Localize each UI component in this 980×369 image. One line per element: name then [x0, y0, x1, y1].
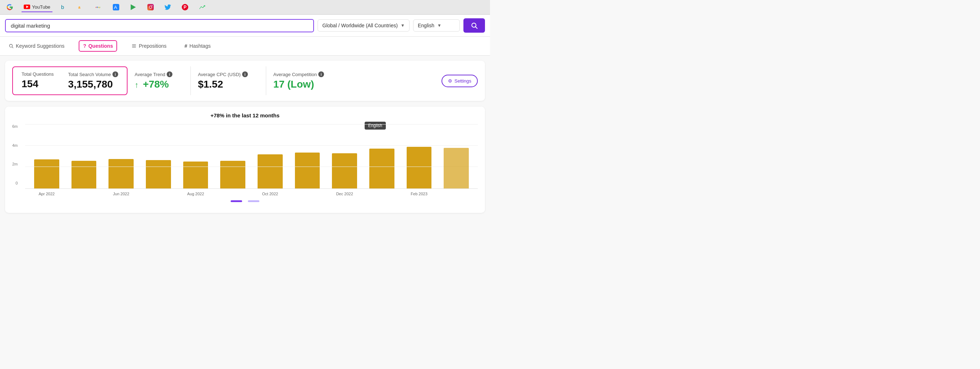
- bar-group-jul: [140, 124, 177, 188]
- divider-1: [190, 67, 191, 95]
- instagram-icon: [147, 4, 154, 10]
- bar-group-jan: [364, 124, 400, 188]
- tab-appstore[interactable]: A: [111, 3, 121, 12]
- svg-text:P: P: [184, 5, 186, 10]
- total-search-volume-block: Total Search Volume i 3,155,780: [68, 71, 118, 90]
- svg-line-18: [476, 27, 477, 29]
- svg-marker-10: [131, 4, 136, 10]
- average-competition-block: Average Competition i 17 (Low): [274, 68, 335, 94]
- location-select[interactable]: Global / Worldwide (All Countries) ▼: [318, 19, 409, 32]
- svg-line-20: [12, 47, 13, 48]
- tab-trend[interactable]: [197, 3, 208, 12]
- x-label-dec: Dec 2022: [326, 192, 363, 196]
- chart-area: [25, 124, 478, 189]
- average-competition-info-icon[interactable]: i: [318, 71, 324, 77]
- x-label-mar: [438, 192, 474, 196]
- bar-dec: [332, 153, 357, 188]
- svg-point-19: [10, 44, 12, 47]
- svg-rect-11: [147, 4, 154, 10]
- ebay-icon: e b a y: [95, 4, 102, 10]
- chart-section: +78% in the last 12 months 6m 4m 2m 0: [5, 107, 485, 213]
- tab-ebay[interactable]: e b a y: [94, 3, 104, 12]
- bar-mar: [444, 148, 469, 188]
- playstore-icon: [130, 4, 137, 10]
- average-cpc-value: $1.52: [198, 79, 248, 90]
- amazon-icon: a: [78, 4, 85, 10]
- tab-hashtags[interactable]: # Hashtags: [181, 41, 215, 51]
- average-trend-value: ↑ +78%: [135, 79, 172, 90]
- total-search-volume-value: 3,155,780: [68, 79, 118, 90]
- bar-group-apr: [29, 124, 65, 188]
- search-input[interactable]: digital marketing: [11, 23, 308, 29]
- x-label-may: [66, 192, 102, 196]
- y-label-0: 0: [16, 181, 18, 185]
- average-cpc-label: Average CPC (USD) i: [198, 71, 248, 77]
- settings-button[interactable]: ⚙ Settings: [442, 74, 478, 87]
- bar-group-nov: [290, 124, 326, 188]
- location-arrow-icon: ▼: [401, 23, 405, 28]
- tab-twitter[interactable]: [162, 3, 173, 12]
- hashtags-label: Hashtags: [189, 43, 210, 49]
- tab-instagram[interactable]: [145, 3, 156, 12]
- language-select[interactable]: English ▼: [413, 19, 460, 32]
- divider-2: [266, 67, 266, 95]
- x-label-nov: [290, 192, 326, 196]
- tab-pinterest[interactable]: P: [180, 3, 190, 12]
- bar-feb: [407, 147, 432, 188]
- trend-arrow-icon: ↑: [135, 81, 138, 89]
- bar-apr: [34, 159, 59, 188]
- y-label-2m: 2m: [12, 162, 18, 166]
- grid-line-top: [25, 124, 478, 125]
- svg-text:b: b: [61, 4, 64, 10]
- average-trend-block: Average Trend i ↑ +78%: [135, 68, 183, 94]
- x-label-aug: Aug 2022: [178, 192, 214, 196]
- bar-group-may: [66, 124, 102, 188]
- tab-amazon[interactable]: a: [76, 3, 87, 12]
- average-trend-info-icon[interactable]: i: [167, 71, 172, 77]
- search-input-wrap[interactable]: digital marketing: [5, 19, 314, 32]
- x-axis: Apr 2022 Jun 2022 Aug 2022 Oct 2022 Dec …: [25, 189, 478, 196]
- bar-group-oct: [252, 124, 288, 188]
- total-search-volume-label: Total Search Volume i: [68, 71, 118, 77]
- total-questions-label: Total Questions: [22, 71, 54, 77]
- bar-jul: [146, 160, 171, 188]
- bars-row: [25, 124, 478, 188]
- bar-group-jun: [103, 124, 139, 188]
- y-label-6m: 6m: [12, 124, 18, 128]
- tab-keyword-suggestions[interactable]: Keyword Suggestions: [5, 41, 68, 51]
- bar-group-dec: [326, 124, 363, 188]
- svg-text:y: y: [99, 6, 100, 8]
- x-label-jan: [364, 192, 400, 196]
- questions-label: Questions: [88, 43, 113, 49]
- tab-questions[interactable]: ? Questions: [79, 40, 117, 52]
- settings-gear-icon: ⚙: [448, 78, 452, 84]
- location-label: Global / Worldwide (All Countries): [322, 23, 398, 29]
- tab-playstore[interactable]: [128, 3, 138, 12]
- language-arrow-icon: ▼: [437, 23, 442, 28]
- twitter-icon: [164, 4, 171, 10]
- tab-prepositions[interactable]: Prepositions: [128, 41, 170, 51]
- trend-icon: [199, 4, 205, 10]
- tab-youtube[interactable]: YouTube: [22, 2, 52, 12]
- bar-jan: [369, 149, 395, 188]
- average-cpc-info-icon[interactable]: i: [242, 71, 248, 77]
- bar-group-mar: [438, 124, 474, 188]
- search-button[interactable]: [463, 18, 485, 33]
- tab-google[interactable]: [4, 3, 15, 12]
- google-icon: [6, 4, 13, 10]
- questions-icon: ?: [83, 43, 86, 49]
- bar-sep: [220, 161, 245, 188]
- settings-label: Settings: [455, 78, 471, 84]
- browser-tab-bar: YouTube b a e b a y A: [0, 0, 490, 15]
- search-volume-info-icon[interactable]: i: [113, 71, 118, 77]
- x-label-oct: Oct 2022: [252, 192, 288, 196]
- tab-bing[interactable]: b: [59, 3, 70, 12]
- stats-card: Total Questions 154 Total Search Volume …: [5, 61, 485, 101]
- y-label-4m: 4m: [12, 143, 18, 147]
- x-label-jun: Jun 2022: [103, 192, 139, 196]
- grid-line-mid2: [25, 166, 478, 167]
- language-label: English: [418, 23, 434, 29]
- average-cpc-block: Average CPC (USD) i $1.52: [198, 68, 259, 94]
- pinterest-icon: P: [182, 4, 188, 10]
- main-content: Total Questions 154 Total Search Volume …: [0, 55, 490, 218]
